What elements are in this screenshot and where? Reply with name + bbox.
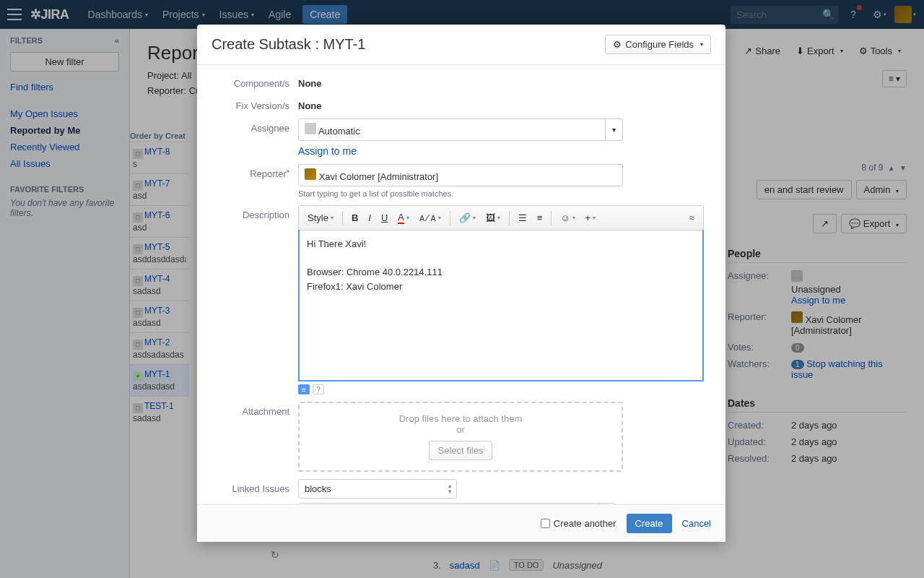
description-textarea[interactable]: Hi There Xavi! Browser: Chrome 40.0.2214… [298, 230, 704, 381]
collapse-icon[interactable]: ≈ [685, 210, 699, 226]
gear-icon: ⚙ [613, 39, 622, 50]
image-button[interactable]: 🖼 ▾ [481, 210, 505, 226]
chevron-down-icon[interactable]: ▾ [605, 119, 622, 140]
attachment-dropzone[interactable]: Drop files here to attach them or Select… [298, 402, 623, 472]
emoji-button[interactable]: ☺ ▾ [556, 210, 579, 226]
textcolor-button[interactable]: A ▾ [393, 209, 414, 227]
assignee-select[interactable]: Automatic ▾ [298, 118, 623, 141]
components-label: Component/s [212, 74, 298, 89]
cancel-link[interactable]: Cancel [682, 518, 711, 529]
components-value: None [298, 74, 322, 89]
avatar-icon [305, 168, 316, 180]
chevron-down-icon[interactable]: ▾ [598, 503, 616, 504]
create-another-checkbox[interactable]: Create another [541, 518, 616, 529]
linked-issues-label: Linked Issues [212, 479, 298, 494]
visual-mode-icon[interactable]: ≡ [298, 384, 310, 394]
linked-issue-input[interactable] [298, 503, 616, 504]
modal-title: Create Subtask : MYT-1 [212, 36, 365, 53]
assignee-label: Assignee [212, 118, 298, 134]
style-dropdown[interactable]: Style ▾ [303, 210, 338, 226]
create-submit-button[interactable]: Create [627, 514, 672, 533]
more-button[interactable]: + ▾ [581, 210, 601, 226]
editor-toolbar: Style ▾ B I U A ▾ A⁄A ▾ 🔗 ▾ 🖼 ▾ ☰ ≡ [299, 206, 703, 230]
numbered-list-button[interactable]: ≡ [533, 210, 547, 226]
configure-fields-button[interactable]: ⚙ Configure Fields ▾ [605, 35, 711, 54]
reporter-label: Reporter* [212, 164, 298, 179]
avatar-icon [305, 123, 316, 134]
fixversion-value: None [298, 96, 322, 111]
help-icon[interactable]: ? [313, 384, 324, 394]
fixversion-label: Fix Version/s [212, 96, 298, 111]
bold-button[interactable]: B [347, 210, 362, 226]
description-label: Description [212, 205, 298, 220]
bullet-list-button[interactable]: ☰ [514, 210, 531, 226]
assign-to-me-link[interactable]: Assign to me [298, 145, 357, 157]
reporter-hint: Start typing to get a list of possible m… [298, 189, 711, 198]
linked-type-select[interactable]: blocks ▴▾ [298, 479, 457, 499]
underline-button[interactable]: U [377, 210, 392, 226]
select-files-button[interactable]: Select files [429, 441, 493, 460]
clearformat-button[interactable]: A⁄A ▾ [415, 210, 445, 226]
italic-button[interactable]: I [364, 210, 375, 226]
reporter-input[interactable]: Xavi Colomer [Administrator] [298, 164, 623, 186]
description-editor: Style ▾ B I U A ▾ A⁄A ▾ 🔗 ▾ 🖼 ▾ ☰ ≡ [298, 205, 704, 381]
create-subtask-modal: Create Subtask : MYT-1 ⚙ Configure Field… [197, 25, 725, 542]
link-button[interactable]: 🔗 ▾ [455, 210, 480, 226]
add-link-button[interactable]: + [622, 503, 629, 504]
attachment-label: Attachment [212, 402, 298, 417]
